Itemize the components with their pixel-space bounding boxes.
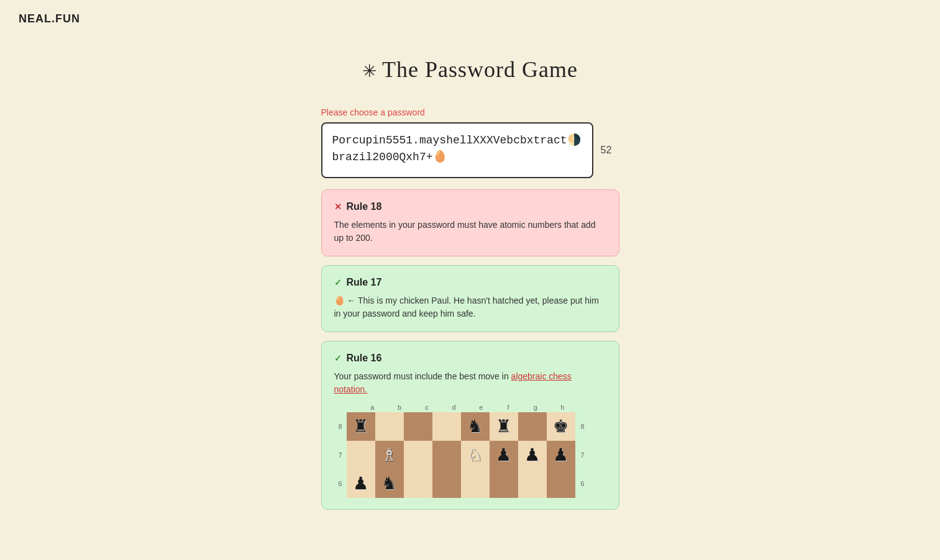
password-label: Please choose a password: [321, 107, 619, 117]
cell-c6: [404, 469, 432, 498]
coord-c: c: [413, 404, 440, 411]
rule-16-body: Your password must include the best move…: [334, 370, 606, 396]
site-header: NEAL.FUN: [0, 0, 940, 38]
cell-g8: [518, 412, 547, 441]
rule-16-title: Rule 16: [347, 353, 382, 364]
cell-b6: ♞: [375, 469, 404, 498]
page-title: ✳The Password Game: [0, 56, 940, 83]
coord-8-right: 8: [577, 423, 589, 430]
coord-a: a: [359, 404, 386, 411]
coord-f: f: [495, 404, 522, 411]
coord-7-right: 7: [577, 451, 589, 459]
cell-f7: ♟: [490, 441, 518, 469]
cell-g7: ♟: [518, 441, 547, 469]
cell-e8: ♞: [461, 412, 490, 441]
cell-a7: [347, 441, 375, 469]
char-count: 52: [601, 145, 619, 156]
coord-7-left: 7: [334, 451, 347, 459]
rule-card-17: ✓ Rule 17 🥚 ← This is my chicken Paul. H…: [321, 265, 619, 332]
cell-d6: [432, 469, 461, 498]
password-input-row: Porcupin5551.mayshellXXXVebcbxtract🌗braz…: [321, 122, 619, 178]
rule-card-18: ✕ Rule 18 The elements in your password …: [321, 189, 619, 256]
coord-b: b: [386, 404, 413, 411]
rule-16-header: ✓ Rule 16: [334, 353, 606, 364]
cell-e7: ♘: [461, 441, 490, 469]
cell-h8: ♚: [547, 412, 575, 441]
cell-f6: [490, 469, 518, 498]
rule-18-title: Rule 18: [347, 201, 382, 212]
rule-18-body: The elements in your password must have …: [334, 219, 606, 245]
cell-f8: ♜: [490, 412, 518, 441]
rule-18-header: ✕ Rule 18: [334, 201, 606, 212]
board-row-8: 8 ♜ ♞ ♜ ♚ 8: [334, 412, 589, 441]
coord-6-left: 6: [334, 480, 347, 487]
rule-17-header: ✓ Rule 17: [334, 277, 606, 288]
rule-16-status-icon: ✓: [334, 353, 342, 363]
cell-g6: [518, 469, 547, 498]
chess-board: a b c d e f g h 8 ♜: [334, 404, 589, 498]
rule-16-body-before-link: Your password must include the best move…: [334, 371, 511, 381]
chess-board-container: a b c d e f g h 8 ♜: [334, 404, 606, 498]
coord-d: d: [440, 404, 468, 411]
board-coords-top: a b c d e f g h: [334, 404, 589, 411]
main-content: Please choose a password Porcupin5551.ma…: [321, 107, 619, 510]
cell-h7: ♟: [547, 441, 575, 469]
cell-a8: ♜: [347, 412, 375, 441]
board-row-6: 6 ♟ ♞ 6: [334, 469, 589, 498]
cell-d8: [432, 412, 461, 441]
coord-6-right: 6: [577, 480, 589, 487]
site-logo[interactable]: NEAL.FUN: [19, 12, 80, 25]
cell-b7: ♗: [375, 441, 404, 469]
cell-e6: [461, 469, 490, 498]
cell-c8: [404, 412, 432, 441]
star-icon: ✳: [362, 61, 377, 81]
cell-h6: [547, 469, 575, 498]
coord-g: g: [522, 404, 549, 411]
rule-17-title: Rule 17: [347, 277, 382, 288]
rule-18-status-icon: ✕: [334, 202, 342, 212]
cell-a6: ♟: [347, 469, 375, 498]
cell-b8: [375, 412, 404, 441]
coord-h: h: [549, 404, 577, 411]
board-row-7: 7 ♗ ♘ ♟ ♟ ♟ 7: [334, 441, 589, 469]
cell-c7: [404, 441, 432, 469]
rule-17-body: 🥚 ← This is my chicken Paul. He hasn't h…: [334, 294, 606, 320]
password-input[interactable]: Porcupin5551.mayshellXXXVebcbxtract🌗braz…: [321, 122, 593, 178]
coord-e: e: [468, 404, 495, 411]
coord-8-left: 8: [334, 423, 347, 430]
rule-17-status-icon: ✓: [334, 278, 342, 287]
rule-card-16: ✓ Rule 16 Your password must include the…: [321, 341, 619, 510]
page-title-area: ✳The Password Game: [0, 56, 940, 83]
cell-d7: [432, 441, 461, 469]
